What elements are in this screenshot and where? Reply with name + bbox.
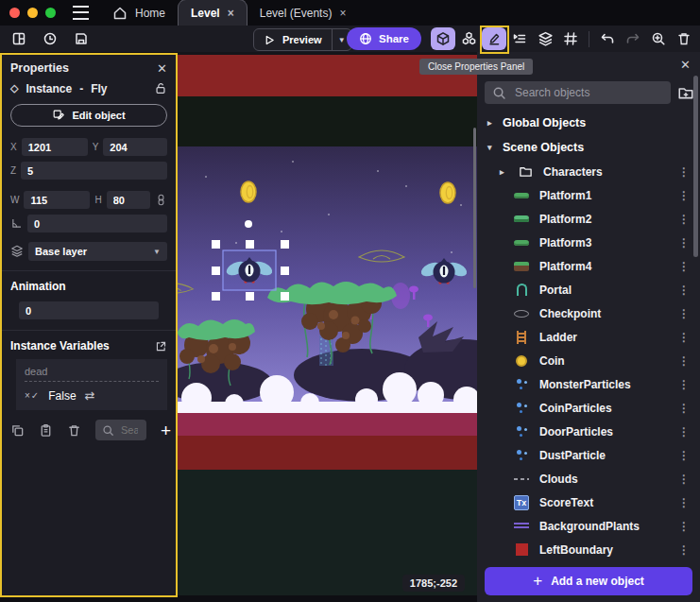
variable-row[interactable]: dead ×✓ False ⇄	[16, 359, 167, 410]
delete-icon[interactable]	[672, 27, 696, 50]
object-row[interactable]: Coin ⋮	[477, 349, 700, 372]
object-row[interactable]: LeftBoundary ⋮	[477, 538, 700, 561]
kebab-menu-icon[interactable]: ⋮	[678, 307, 700, 320]
object-row[interactable]: Platform4 ⋮	[477, 254, 700, 278]
coin-sprite[interactable]	[241, 181, 256, 202]
edit-object-button[interactable]: Edit object	[10, 104, 167, 127]
unlock-icon[interactable]	[154, 81, 167, 95]
edit-properties-icon[interactable]	[482, 27, 506, 50]
object-row[interactable]: Platform2 ⋮	[477, 207, 700, 231]
kebab-menu-icon[interactable]: ⋮	[678, 284, 700, 297]
close-tab-icon[interactable]: ×	[228, 7, 234, 20]
tab-level[interactable]: Level ×	[178, 0, 248, 26]
minimize-window-button[interactable]	[27, 8, 38, 18]
paste-icon[interactable]	[39, 423, 53, 438]
variables-search-input[interactable]	[119, 423, 140, 437]
zoom-window-button[interactable]	[45, 8, 56, 18]
delete-variable-icon[interactable]	[67, 423, 81, 438]
canvas-scrollbar[interactable]	[473, 128, 476, 288]
caret-right-icon[interactable]: ▸	[487, 118, 495, 128]
angle-field[interactable]	[27, 215, 167, 232]
lock-ratio-icon[interactable]	[155, 193, 167, 207]
objects-panel: Objects ✕ ▸ Global Objects ▾ Scene Objec…	[477, 52, 700, 602]
animation-field[interactable]	[19, 301, 159, 319]
object-row[interactable]: MonsterParticles ⋮	[477, 372, 700, 396]
y-position-field[interactable]	[103, 138, 167, 156]
object-row[interactable]: ScoreText ⋮	[477, 490, 700, 514]
home-icon	[112, 6, 128, 21]
close-tab-icon[interactable]: ×	[339, 7, 346, 20]
kebab-menu-icon[interactable]: ⋮	[678, 473, 700, 486]
object-row[interactable]: Checkpoint ⋮	[477, 301, 700, 325]
object-row[interactable]: Clouds ⋮	[477, 467, 700, 490]
kebab-menu-icon[interactable]: ⋮	[678, 425, 700, 439]
save-icon[interactable]	[69, 27, 94, 50]
particle-dot[interactable]	[245, 220, 252, 228]
project-manager-icon[interactable]	[7, 27, 31, 50]
close-objects-panel-icon[interactable]: ✕	[680, 59, 691, 71]
object-groups-icon[interactable]	[456, 27, 481, 50]
objects-search-input[interactable]	[513, 85, 663, 100]
layers-icon[interactable]	[533, 27, 557, 50]
tab-level-events[interactable]: Level (Events) ×	[248, 1, 359, 26]
object-row[interactable]: Ladder ⋮	[477, 325, 700, 349]
kebab-menu-icon[interactable]: ⋮	[678, 354, 700, 368]
close-window-button[interactable]	[9, 8, 20, 18]
instances-list-icon[interactable]	[507, 27, 532, 50]
preview-button[interactable]: Preview ▼	[253, 28, 352, 51]
cursor-coordinates-badge: 1785;-252	[402, 575, 465, 592]
variable-name[interactable]: dead	[25, 366, 159, 382]
variables-search[interactable]	[95, 420, 146, 440]
scene-editor-canvas[interactable]: 1785;-252	[178, 52, 477, 602]
zoom-in-icon[interactable]	[646, 27, 671, 50]
history-icon[interactable]	[38, 27, 62, 50]
kebab-menu-icon[interactable]: ⋮	[678, 260, 700, 273]
z-position-field[interactable]	[21, 162, 167, 180]
objects-scrollbar[interactable]	[693, 76, 698, 257]
undo-icon[interactable]	[595, 27, 620, 50]
redo-icon[interactable]	[621, 27, 645, 50]
kebab-menu-icon[interactable]: ⋮	[678, 496, 700, 509]
caret-right-icon[interactable]: ▸	[500, 167, 507, 177]
add-variable-button[interactable]: +	[161, 421, 171, 439]
kebab-menu-icon[interactable]: ⋮	[678, 449, 700, 462]
object-row[interactable]: Platform1 ⋮	[477, 183, 700, 207]
3d-view-icon[interactable]	[431, 27, 455, 50]
open-variables-editor-icon[interactable]	[155, 340, 167, 353]
platform-icon	[513, 240, 530, 246]
group-global-objects[interactable]: ▸ Global Objects	[477, 111, 700, 135]
kebab-menu-icon[interactable]: ⋮	[678, 402, 700, 415]
object-row-characters[interactable]: ▸ Characters ⋮	[477, 160, 700, 183]
kebab-menu-icon[interactable]: ⋮	[678, 543, 700, 557]
object-row[interactable]: Platform3 ⋮	[477, 231, 700, 254]
kebab-menu-icon[interactable]: ⋮	[678, 331, 700, 344]
add-folder-icon[interactable]	[677, 84, 694, 101]
copy-icon[interactable]	[10, 423, 25, 438]
object-row[interactable]: DoorParticles ⋮	[477, 420, 700, 443]
object-row[interactable]: CoinParticles ⋮	[477, 396, 700, 420]
share-button[interactable]: Share	[347, 27, 421, 50]
caret-down-icon[interactable]: ▾	[487, 143, 495, 152]
height-field[interactable]	[107, 191, 150, 209]
add-new-object-button[interactable]: + Add a new object	[485, 567, 692, 595]
object-row[interactable]: BackgroundPlants ⋮	[477, 514, 700, 538]
tab-home[interactable]: Home	[100, 1, 178, 26]
menu-icon[interactable]	[65, 0, 96, 26]
width-field[interactable]	[24, 191, 90, 209]
x-position-field[interactable]	[22, 138, 88, 156]
variable-value[interactable]: False	[48, 389, 76, 403]
close-properties-icon[interactable]: ✕	[157, 62, 167, 75]
object-row[interactable]: Portal ⋮	[477, 278, 700, 301]
bottom-boundary-sprite[interactable]	[178, 413, 477, 436]
layer-dropdown[interactable]: Base layer ▼	[28, 242, 167, 261]
group-scene-objects[interactable]: ▾ Scene Objects	[477, 135, 700, 160]
objects-search[interactable]	[485, 81, 671, 104]
animation-section-title: Animation	[10, 280, 66, 293]
kebab-menu-icon[interactable]: ⋮	[678, 378, 700, 391]
toggle-value-icon[interactable]: ⇄	[85, 388, 95, 403]
kebab-menu-icon[interactable]: ⋮	[678, 520, 700, 533]
coin-sprite[interactable]	[440, 182, 455, 203]
object-row[interactable]: DustParticle ⋮	[477, 443, 700, 467]
grid-icon[interactable]	[558, 27, 583, 50]
instance-icon: ◇	[10, 82, 18, 95]
